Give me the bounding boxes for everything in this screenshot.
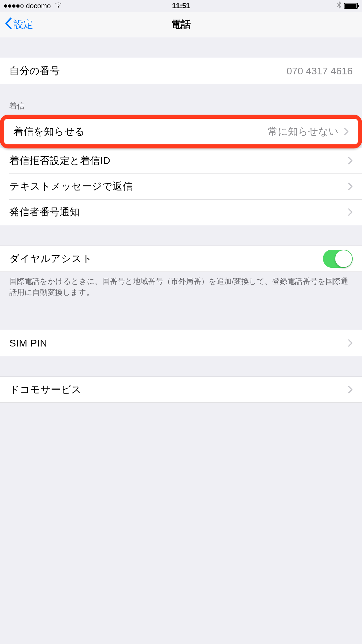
incoming-header: 着信	[0, 101, 362, 115]
text-reply-cell[interactable]: テキストメッセージで返信	[0, 174, 362, 199]
call-blocking-label: 着信拒否設定と着信ID	[9, 154, 110, 167]
docomo-label: ドコモサービス	[9, 383, 82, 396]
sim-pin-group: SIM PIN	[0, 330, 362, 356]
caller-id-cell[interactable]: 発信者番号通知	[0, 199, 362, 225]
nav-bar: 設定 電話	[0, 12, 362, 37]
back-button[interactable]: 設定	[2, 12, 36, 37]
caller-id-label: 発信者番号通知	[9, 205, 80, 219]
chevron-right-icon	[348, 182, 353, 190]
bluetooth-icon	[337, 1, 342, 10]
my-number-group: 自分の番号 070 4317 4616	[0, 58, 362, 84]
chevron-right-icon	[348, 157, 353, 165]
page-title: 電話	[171, 18, 191, 31]
status-bar: docomo 11:51	[0, 0, 362, 12]
announce-calls-value: 常に知らせない	[268, 125, 339, 138]
status-time: 11:51	[172, 2, 190, 10]
wifi-icon	[54, 2, 62, 10]
status-left: docomo	[4, 2, 62, 10]
incoming-group: 着信拒否設定と着信ID テキストメッセージで返信 発信者番号通知	[0, 148, 362, 225]
docomo-group: ドコモサービス	[0, 377, 362, 403]
chevron-left-icon	[5, 18, 12, 32]
battery-icon	[344, 3, 358, 9]
my-number-label: 自分の番号	[9, 64, 60, 78]
chevron-right-icon	[348, 208, 353, 216]
announce-calls-label: 着信を知らせる	[13, 125, 85, 138]
dial-assist-label: ダイヤルアシスト	[9, 252, 92, 265]
dial-assist-toggle[interactable]	[323, 250, 353, 268]
dial-assist-cell: ダイヤルアシスト	[0, 246, 362, 272]
status-right	[337, 1, 358, 10]
my-number-value: 070 4317 4616	[287, 65, 353, 77]
carrier-label: docomo	[26, 2, 51, 10]
my-number-cell[interactable]: 自分の番号 070 4317 4616	[0, 58, 362, 84]
highlight-announce-calls: 着信を知らせる 常に知らせない	[0, 115, 362, 148]
dial-assist-note: 国際電話をかけるときに、国番号と地域番号（市外局番）を追加/変換して、登録電話番…	[0, 272, 362, 298]
back-label: 設定	[13, 18, 33, 31]
chevron-right-icon	[344, 127, 349, 136]
signal-strength-icon	[4, 4, 24, 8]
call-blocking-cell[interactable]: 着信拒否設定と着信ID	[0, 148, 362, 174]
dial-assist-group: ダイヤルアシスト	[0, 246, 362, 272]
chevron-right-icon	[348, 386, 353, 394]
sim-pin-cell[interactable]: SIM PIN	[0, 330, 362, 356]
chevron-right-icon	[348, 339, 353, 347]
text-reply-label: テキストメッセージで返信	[9, 180, 133, 193]
announce-calls-cell[interactable]: 着信を知らせる 常に知らせない	[4, 119, 358, 144]
sim-pin-label: SIM PIN	[9, 337, 47, 349]
docomo-cell[interactable]: ドコモサービス	[0, 377, 362, 402]
